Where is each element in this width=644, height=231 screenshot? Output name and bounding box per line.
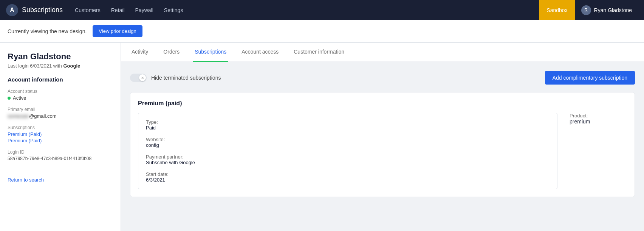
subscriptions-label: Subscriptions (8, 125, 113, 130)
status-dot-active (8, 97, 11, 100)
design-bar: Currently viewing the new design. View p… (0, 20, 644, 43)
account-status-value: Active (8, 95, 113, 101)
type-group: Type: Paid (146, 119, 550, 131)
return-to-search-link[interactable]: Return to search (8, 177, 44, 183)
product-value: premium (570, 119, 624, 125)
website-group: Website: config (146, 137, 550, 148)
login-id-value: 58a7987b-79e8-47c3-b89a-01f4413f0b08 (8, 156, 113, 161)
content-area: Activity Orders Subscriptions Account ac… (121, 43, 644, 231)
subscriptions-row: Subscriptions Premium (Paid) Premium (Pa… (8, 125, 113, 143)
logo-icon: A (6, 4, 18, 16)
start-date-value: 6/3/2021 (146, 177, 550, 183)
tab-customer-information[interactable]: Customer information (292, 43, 346, 62)
design-bar-text: Currently viewing the new design. (8, 28, 87, 34)
subscription-card-body: Type: Paid Website: config Payment partn… (138, 113, 627, 189)
user-name: Ryan Gladstone (594, 7, 632, 13)
tab-orders[interactable]: Orders (162, 43, 181, 62)
account-status-label: Account status (8, 89, 113, 94)
last-login: Last login 6/03/2021 with Google (8, 63, 113, 69)
primary-email-label: Primary email (8, 107, 113, 112)
sandbox-badge: Sandbox (539, 0, 575, 20)
primary-email-row: Primary email someuser@gmail.com (8, 107, 113, 119)
product-label: Product: (570, 113, 624, 119)
login-id-row: Login ID 58a7987b-79e8-47c3-b89a-01f4413… (8, 149, 113, 161)
payment-partner-group: Payment partner: Subscribe with Google (146, 154, 550, 165)
payment-partner-value: Subscribe with Google (146, 160, 550, 165)
nav-paywall[interactable]: Paywall (135, 7, 153, 13)
payment-partner-label: Payment partner: (146, 154, 550, 160)
email-username: someuser (8, 113, 29, 119)
top-navigation: A Subscriptions Customers Retail Paywall… (0, 0, 644, 20)
user-avatar: R (581, 5, 591, 15)
subscription-link-1[interactable]: Premium (Paid) (8, 131, 113, 137)
x-icon: ✕ (141, 76, 144, 80)
toggle-label: Hide terminated subscriptions (151, 75, 221, 81)
subscription-card-title: Premium (paid) (138, 100, 627, 107)
nav-right: Sandbox R Ryan Gladstone (539, 0, 638, 20)
website-value: config (146, 142, 550, 148)
view-prior-design-button[interactable]: View prior design (93, 25, 142, 37)
tab-subscriptions[interactable]: Subscriptions (193, 43, 228, 62)
email-domain: @gmail.com (29, 113, 56, 119)
hide-terminated-toggle[interactable]: ✕ (130, 74, 147, 82)
sidebar-divider (8, 169, 113, 169)
tab-activity[interactable]: Activity (130, 43, 150, 62)
add-complimentary-subscription-button[interactable]: Add complimentary subscription (545, 71, 635, 85)
start-date-label: Start date: (146, 171, 550, 177)
logo-area: A Subscriptions (6, 4, 63, 16)
tabs-bar: Activity Orders Subscriptions Account ac… (121, 43, 644, 62)
nav-retail[interactable]: Retail (111, 7, 125, 13)
account-status-row: Account status Active (8, 89, 113, 101)
type-label: Type: (146, 119, 550, 125)
subscription-card: Premium (paid) Type: Paid Website: confi… (130, 92, 635, 197)
toggle-row: ✕ Hide terminated subscriptions Add comp… (130, 71, 635, 85)
nav-settings[interactable]: Settings (164, 7, 183, 13)
toggle-knob: ✕ (139, 74, 146, 81)
tab-account-access[interactable]: Account access (240, 43, 280, 62)
nav-links: Customers Retail Paywall Settings (75, 7, 527, 13)
type-value: Paid (146, 125, 550, 131)
subscription-details-box: Type: Paid Website: config Payment partn… (138, 113, 557, 189)
login-id-label: Login ID (8, 149, 113, 155)
customer-name: Ryan Gladstone (8, 52, 113, 62)
subscription-link-2[interactable]: Premium (Paid) (8, 138, 113, 143)
nav-customers[interactable]: Customers (75, 7, 101, 13)
toggle-left: ✕ Hide terminated subscriptions (130, 74, 221, 82)
app-title: Subscriptions (22, 6, 63, 14)
subscriptions-panel: ✕ Hide terminated subscriptions Add comp… (121, 62, 644, 206)
user-badge: R Ryan Gladstone (575, 0, 638, 20)
product-area: Product: premium (567, 113, 627, 189)
main-layout: Ryan Gladstone Last login 6/03/2021 with… (0, 43, 644, 231)
sidebar: Ryan Gladstone Last login 6/03/2021 with… (0, 43, 121, 231)
primary-email-value: someuser@gmail.com (8, 113, 113, 119)
account-info-title: Account information (8, 76, 113, 83)
start-date-group: Start date: 6/3/2021 (146, 171, 550, 183)
website-label: Website: (146, 137, 550, 142)
login-provider: Google (63, 63, 80, 69)
